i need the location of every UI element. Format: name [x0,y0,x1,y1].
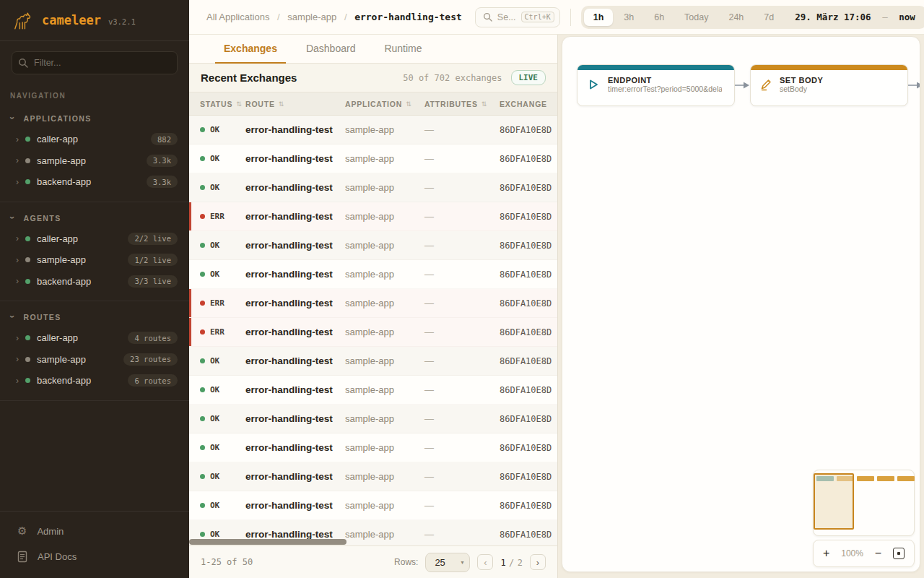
fit-view-icon[interactable] [893,548,905,559]
status-text: OK [210,154,219,163]
sidebar-item-agent[interactable]: › sample-app 1/2 live [0,249,189,271]
time-range-option[interactable]: 1h [584,9,614,26]
table-row[interactable]: OK error-handling-test sample-app — 86DF… [189,347,557,376]
sidebar-item-application[interactable]: › caller-app 882 [0,129,189,150]
attributes-cell: — [424,182,500,193]
column-header-attributes[interactable]: ATTRIBUTES ⇅ [424,100,500,108]
section-header-routes[interactable]: › ROUTES [0,307,189,327]
route-cell: error-handling-test [245,298,345,309]
column-header-route[interactable]: ROUTE ⇅ [245,100,345,108]
zoom-out-button[interactable]: − [875,548,881,559]
sidebar-item-route[interactable]: › sample-app 23 routes [0,349,189,371]
status-dot [25,257,30,262]
table-row[interactable]: OK error-handling-test sample-app — 86DF… [189,491,557,520]
status-dot [25,137,30,142]
flow-node-set-body[interactable]: SET BODY setBody [750,64,908,106]
table-row[interactable]: OK error-handling-test sample-app — 86DF… [189,434,557,462]
sidebar-item-agent[interactable]: › caller-app 2/2 live [0,228,189,250]
arrow-right-icon [735,81,750,90]
exchanges-panel: Exchanges Dashboard Runtime Recent Excha… [189,35,557,578]
node-accent-bar [578,65,734,70]
attributes-cell: — [424,355,500,366]
table-footer: 1-25 of 50 Rows: 25 ▾ ‹ 1 / 2 › [189,545,557,578]
time-range-option[interactable]: 6h [645,9,674,26]
status-dot [200,127,205,132]
sidebar-link-label: Admin [37,526,64,537]
global-search-button[interactable]: Se... Ctrl+K [475,7,560,27]
flow-canvas[interactable]: ENDPOINT timer:errorTest?period=5000&del… [562,36,920,572]
minimap[interactable] [813,470,915,536]
sidebar-item-badge: 3.3k [147,155,178,167]
column-header-application[interactable]: APPLICATION ⇅ [345,100,424,108]
sidebar-item-badge: 6 routes [128,374,178,387]
nav-label: NAVIGATION [10,92,189,100]
table-row[interactable]: ERR error-handling-test sample-app — 86D… [189,318,557,347]
sidebar-item-badge: 23 routes [123,353,178,366]
filter-input[interactable] [12,51,178,74]
exchange-id-cell: 86DFA10E8D [500,298,557,309]
flow-edge [735,81,750,90]
sidebar-link-admin[interactable]: ⚙ Admin [0,519,189,544]
flow-node-endpoint[interactable]: ENDPOINT timer:errorTest?period=5000&del… [577,64,735,106]
time-range-option[interactable]: Today [675,9,718,26]
status-text: OK [210,125,219,134]
app-logo[interactable]: cameleer v3.2.1 [0,0,189,41]
sidebar-item-application[interactable]: › sample-app 3.3k [0,150,189,172]
column-header-status[interactable]: STATUS ⇅ [189,100,245,108]
sidebar-item-badge: 1/2 live [128,254,178,266]
tab[interactable]: Runtime [372,35,433,63]
application-cell: sample-app [345,500,424,511]
sidebar-item-route[interactable]: › caller-app 4 routes [0,327,189,349]
table-row[interactable]: OK error-handling-test sample-app — 86DF… [189,231,557,260]
breadcrumb-all-applications[interactable]: All Applications [206,12,269,22]
table-row[interactable]: OK error-handling-test sample-app — 86DF… [189,520,557,549]
table-row[interactable]: OK error-handling-test sample-app — 86DF… [189,405,557,434]
time-range-option[interactable]: 7d [754,9,783,26]
horizontal-scrollbar[interactable] [189,539,346,545]
time-range-selector: 1h 3h 6h Today 24h 7d 29. März 17:06 – n… [581,6,924,29]
sidebar-item-route[interactable]: › backend-app 6 routes [0,370,189,392]
exchange-id-cell: 86DFA10E8D [500,183,557,193]
chevron-right-icon: › [16,135,19,144]
rows-per-page-select[interactable]: 25 ▾ [425,553,470,572]
application-cell: sample-app [345,529,424,540]
application-cell: sample-app [345,124,424,135]
minimap-viewport[interactable] [814,473,854,530]
topbar: All Applications / sample-app / error-ha… [189,0,924,35]
table-row[interactable]: OK error-handling-test sample-app — 86DF… [189,116,557,144]
section-label: ROUTES [23,313,61,322]
route-cell: error-handling-test [245,240,345,251]
table-row[interactable]: ERR error-handling-test sample-app — 86D… [189,202,557,231]
time-range-option[interactable]: 3h [614,9,643,26]
sidebar-section-routes: › ROUTES › caller-app 4 routes › sample-… [0,301,189,401]
table-row[interactable]: OK error-handling-test sample-app — 86DF… [189,144,557,173]
next-page-button[interactable]: › [530,554,546,570]
tab[interactable]: Dashboard [295,35,367,63]
sidebar-link-api-docs[interactable]: API Docs [0,544,189,569]
flow-edge [908,81,920,90]
table-row[interactable]: ERR error-handling-test sample-app — 86D… [189,289,557,318]
sidebar-footer: ⚙ Admin API Docs [0,511,189,578]
sidebar-section-agents: › AGENTS › caller-app 2/2 live › sample-… [0,202,189,302]
status-text: OK [210,530,219,539]
status-text: OK [210,385,219,394]
table-row[interactable]: OK error-handling-test sample-app — 86DF… [189,260,557,289]
column-header-exchange[interactable]: EXCHANGE [500,100,557,108]
prev-page-button[interactable]: ‹ [477,554,493,570]
attributes-cell: — [424,211,500,222]
breadcrumb-sample-app[interactable]: sample-app [287,12,336,22]
table-row[interactable]: OK error-handling-test sample-app — 86DF… [189,173,557,202]
section-header-applications[interactable]: › APPLICATIONS [0,108,189,129]
table-row[interactable]: OK error-handling-test sample-app — 86DF… [189,376,557,405]
sidebar-item-agent[interactable]: › backend-app 3/3 live [0,271,189,293]
table-row[interactable]: OK error-handling-test sample-app — 86DF… [189,462,557,491]
tab[interactable]: Exchanges [212,35,289,63]
minimap-node-bar [877,476,894,481]
section-header-agents[interactable]: › AGENTS [0,208,189,228]
time-range-option[interactable]: 24h [719,9,753,26]
time-range-display[interactable]: 29. März 17:06 – now [795,12,915,22]
sidebar-item-application[interactable]: › backend-app 3.3k [0,171,189,193]
application-cell: sample-app [345,240,424,251]
zoom-in-button[interactable]: + [823,548,829,559]
route-cell: error-handling-test [245,529,345,540]
